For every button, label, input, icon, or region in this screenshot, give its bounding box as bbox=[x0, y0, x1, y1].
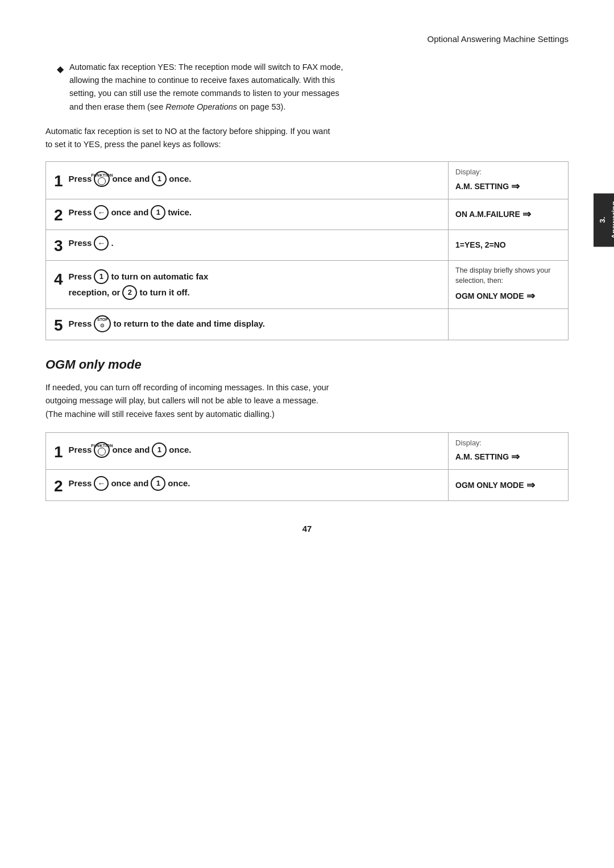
step-3-display: 1=YES, 2=NO bbox=[449, 230, 568, 260]
step-4-line1: Press 1 to turn on automatic fax bbox=[69, 269, 209, 284]
ogm-display-value-1: A.M. SETTING ⇒ bbox=[455, 449, 561, 465]
number-2-icon-4: 2 bbox=[122, 285, 137, 300]
bullet-item: ◆ Automatic fax reception YES: The recep… bbox=[57, 61, 569, 114]
step-2-cell: 2 Press ← once and 1 twice. bbox=[46, 199, 449, 229]
step-2-display: ON A.M.FAILURE ⇒ bbox=[449, 199, 568, 229]
step-5-row: 5 Press STOP ⊙ to return to the date and… bbox=[46, 309, 568, 340]
ogm-arrow-left-icon-2: ← bbox=[94, 476, 109, 491]
display-value-1: A.M. SETTING ⇒ bbox=[455, 179, 561, 194]
ogm-step-1-once: once. bbox=[169, 443, 191, 457]
step-4-text1: to turn on automatic fax bbox=[111, 270, 208, 283]
ogm-section: OGM only mode If needed, you can turn of… bbox=[45, 357, 569, 501]
step-4-number: 4 bbox=[54, 272, 63, 287]
page-number: 47 bbox=[45, 524, 569, 533]
ogm-step-2-once: once. bbox=[168, 477, 190, 490]
ogm-step-2-press: Press bbox=[69, 477, 92, 490]
step-2-content: Press ← once and 1 twice. bbox=[69, 205, 192, 220]
ogm-step-2-display: OGM ONLY MODE ⇒ bbox=[449, 470, 568, 500]
remote-ops-italic: Remote Operations bbox=[165, 102, 237, 111]
bullet-line1: Automatic fax reception YES: The recepti… bbox=[69, 62, 343, 72]
step-4-text2: reception, or bbox=[69, 286, 121, 299]
display-value-3: 1=YES, 2=NO bbox=[455, 239, 561, 251]
page-header: Optional Answering Machine Settings bbox=[45, 34, 569, 44]
bullet-diamond: ◆ bbox=[57, 62, 64, 114]
step-4-cell: 4 Press 1 to turn on automatic fax recep… bbox=[46, 261, 449, 309]
ogm-intro-line3: (The machine will still receive faxes se… bbox=[45, 410, 275, 419]
step-2-once-and: once and bbox=[111, 206, 148, 219]
ogm-step-2-row: 2 Press ← once and 1 once. OGM ONLY MODE bbox=[46, 470, 568, 500]
display-value-4: OGM ONLY MODE ⇒ bbox=[455, 289, 561, 304]
step-1-once: once. bbox=[169, 172, 191, 186]
display-text-3: 1=YES, 2=NO bbox=[455, 239, 506, 251]
display-value-2: ON A.M.FAILURE ⇒ bbox=[455, 207, 561, 222]
bullet-line3: setting, you can still use the remote co… bbox=[69, 89, 339, 98]
step-3-cell: 3 Press ← . bbox=[46, 230, 449, 260]
ogm-step-1-row: 1 Press FUNKTION once and 1 once. bbox=[46, 433, 568, 470]
step-1-number: 1 bbox=[54, 173, 63, 189]
ogm-step-1-number: 1 bbox=[54, 444, 63, 460]
ogm-display-text-2: OGM ONLY MODE bbox=[455, 479, 524, 491]
ogm-intro-line2: outgoing message will play, but callers … bbox=[45, 396, 318, 405]
ogm-step-2-once-and: once and bbox=[111, 477, 148, 490]
stop-button-icon: STOP ⊙ bbox=[94, 315, 111, 332]
ogm-step-2-number: 2 bbox=[54, 478, 63, 494]
display-arrow-4: ⇒ bbox=[526, 289, 535, 304]
ogm-number-1-icon-2: 1 bbox=[151, 476, 165, 491]
step-5-display bbox=[449, 309, 568, 340]
step-1-press: Press bbox=[69, 172, 92, 186]
step-3-press: Press bbox=[69, 236, 92, 250]
arrow-left-icon-3: ← bbox=[94, 236, 109, 251]
step-5-content: Press STOP ⊙ to return to the date and t… bbox=[69, 315, 265, 332]
step-5-text: to return to the date and time display. bbox=[113, 317, 264, 331]
step-1-row: 1 Press FUNKTION once and 1 once. bbox=[46, 162, 568, 199]
step-4-row: 4 Press 1 to turn on automatic fax recep… bbox=[46, 261, 568, 310]
ogm-step-1-content: Press FUNKTION once and 1 once. bbox=[69, 442, 192, 458]
header-title: Optional Answering Machine Settings bbox=[428, 34, 569, 44]
step-1-content: Press FUNKTION once and 1 once. bbox=[69, 171, 192, 187]
display-label-1: Display: bbox=[455, 166, 561, 178]
ogm-intro-line1: If needed, you can turn off recording of… bbox=[45, 383, 329, 392]
number-1-icon-4: 1 bbox=[94, 269, 109, 284]
step-4-display: The display briefly shows your selection… bbox=[449, 261, 568, 309]
intro-line1: Automatic fax reception is set to NO at … bbox=[45, 127, 330, 136]
bullet-section: ◆ Automatic fax reception YES: The recep… bbox=[45, 61, 569, 114]
display-arrow-2: ⇒ bbox=[522, 207, 531, 222]
step-5-number: 5 bbox=[54, 318, 63, 333]
step-3-number: 3 bbox=[54, 238, 63, 254]
bullet-line4: and then erase them (see Remote Operatio… bbox=[69, 102, 285, 111]
display-text-1: A.M. SETTING bbox=[455, 181, 509, 193]
ogm-display-arrow-1: ⇒ bbox=[511, 449, 520, 465]
step-1-display: Display: A.M. SETTING ⇒ bbox=[449, 162, 568, 199]
bullet-text: Automatic fax reception YES: The recepti… bbox=[69, 61, 343, 114]
step-2-press: Press bbox=[69, 206, 92, 219]
display-text-2: ON A.M.FAILURE bbox=[455, 208, 520, 220]
ogm-step-1-display: Display: A.M. SETTING ⇒ bbox=[449, 433, 568, 470]
arrow-left-icon-2: ← bbox=[94, 205, 109, 220]
display-text-4: OGM ONLY MODE bbox=[455, 290, 524, 302]
step-2-row: 2 Press ← once and 1 twice. ON A.M.FAILU… bbox=[46, 199, 568, 230]
step-4-text3: to turn it off. bbox=[139, 286, 189, 299]
ogm-step-2-cell: 2 Press ← once and 1 once. bbox=[46, 470, 449, 500]
step-1-once-and: once and bbox=[112, 172, 150, 186]
ogm-step-1-cell: 1 Press FUNKTION once and 1 once. bbox=[46, 433, 449, 470]
ogm-display-value-2: OGM ONLY MODE ⇒ bbox=[455, 478, 561, 493]
ogm-step-1-once-and: once and bbox=[112, 443, 150, 457]
main-instruction-table: 1 Press FUNKTION once and 1 once. bbox=[45, 161, 569, 340]
ogm-display-label-1: Display: bbox=[455, 437, 561, 449]
funktion-button-icon: FUNKTION bbox=[94, 171, 110, 187]
step-5-cell: 5 Press STOP ⊙ to return to the date and… bbox=[46, 309, 449, 340]
step-1-cell: 1 Press FUNKTION once and 1 once. bbox=[46, 162, 449, 199]
step-4-line2: reception, or 2 to turn it off. bbox=[69, 285, 209, 300]
step-3-dot: . bbox=[111, 236, 113, 250]
ogm-number-1-icon: 1 bbox=[152, 443, 167, 457]
ogm-heading: OGM only mode bbox=[45, 357, 569, 372]
step-3-content: Press ← . bbox=[69, 236, 114, 251]
ogm-step-2-content: Press ← once and 1 once. bbox=[69, 476, 190, 491]
step-2-twice: twice. bbox=[168, 206, 192, 219]
intro-text: Automatic fax reception is set to NO at … bbox=[45, 125, 569, 151]
ogm-funktion-button-icon: FUNKTION bbox=[94, 442, 110, 458]
bullet-line2: allowing the machine to continue to rece… bbox=[69, 76, 335, 85]
page-container: Optional Answering Machine Settings ◆ Au… bbox=[0, 0, 614, 868]
ogm-instruction-table: 1 Press FUNKTION once and 1 once. bbox=[45, 432, 569, 502]
ogm-step-1-press: Press bbox=[69, 443, 92, 457]
